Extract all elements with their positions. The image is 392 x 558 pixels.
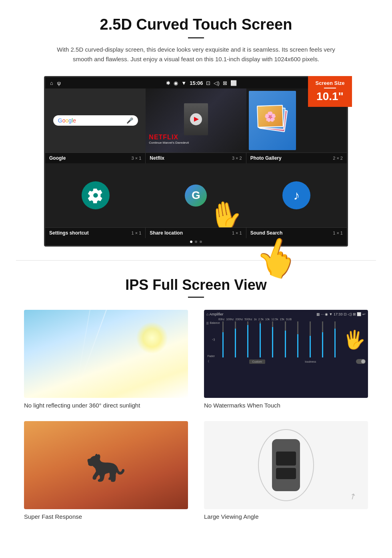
speaker-icon: ◁) [206,338,215,341]
amp-status: ▦ ··· ◉ ▼ 17:33 ⊡ ◁) ⊠ ⬜ ↩ [316,312,366,316]
google-maps-icon: G [185,185,207,207]
sound-size: 1 × 1 [333,231,343,235]
feature-image-cheetah: 🐆 [24,421,188,509]
location-icon: ◉ [174,80,178,86]
amp-hand-icon: 🖐 [343,329,366,350]
title-divider [188,37,204,38]
ips-title-divider [188,297,204,298]
google-label-cell: Google 3 × 1 [45,153,146,163]
status-bar-left: ⌂ ψ [50,80,61,86]
settings-size: 1 × 1 [132,231,142,235]
nav-dot-3[interactable] [200,241,202,243]
fader-label: Fader [206,355,215,357]
feature-label-fast-response: Super Fast Response [24,513,82,520]
feature-fast-response: 🐆 Super Fast Response [24,421,188,520]
tablet-screen: ⌂ ψ ✱ ◉ ▼ 15:06 ⊡ ◁) ⊠ ⬜ [44,76,348,247]
feature-grid: No light reflecting under 360° direct su… [24,310,368,520]
bluetooth-icon: ✱ [166,80,170,86]
gallery-label-cell: Photo Gallery 2 × 2 [246,153,347,163]
eq-bars [217,321,341,357]
settings-label-cell: Settings shortcut 1 × 1 [45,228,146,238]
gallery-label: Photo Gallery [250,155,282,161]
share-label: Share location [150,230,183,236]
google-size: 3 × 1 [132,156,142,161]
window-icon: ⬜ [230,80,237,86]
netflix-size: 3 × 2 [232,156,242,161]
netflix-label-cell: Netflix 3 × 2 [146,153,246,163]
sun-glow [136,322,168,354]
gear-icon [88,187,104,203]
amp-title: ⌂ Amplifier [206,312,223,316]
feature-no-light: No light reflecting under 360° direct su… [24,310,188,409]
music-icon-circle: ♪ [282,181,310,209]
app-grid-row2: G ✋ ♪ [45,163,347,227]
car-circle [258,429,314,501]
car-body [272,439,300,491]
sky-image [24,310,188,398]
car-front-window [276,452,296,466]
home-icon[interactable]: ⌂ [50,80,53,86]
google-search-bar[interactable]: Google 🎤 [53,115,138,126]
settings-app-cell[interactable] [45,163,146,227]
amp-loudness-label: loudness [305,360,316,363]
device-wrapper: Screen Size 10.1" ⌂ ψ ✱ ◉ ▼ 15:06 ⊡ ◁) ⊠ [44,76,348,247]
status-bar-center: ✱ ◉ ▼ 15:06 ⊡ ◁) ⊠ ⬜ [166,80,236,86]
status-bar: ⌂ ψ ✱ ◉ ▼ 15:06 ⊡ ◁) ⊠ ⬜ [45,77,347,88]
car-image: ↗ [204,421,368,509]
amp-header: ⌂ Amplifier ▦ ··· ◉ ▼ 17:33 ⊡ ◁) ⊠ ⬜ ↩ [206,312,366,316]
feature-image-sky [24,310,188,398]
volume-icon: ◁) [214,80,219,86]
netflix-thumbnail [184,103,208,135]
status-time: 15:06 [190,80,203,86]
screen-size-badge: Screen Size 10.1" [308,76,352,107]
hand-touching-icon: ✋ [206,197,246,227]
gallery-size: 2 × 2 [333,156,343,161]
sound-search-app-cell[interactable]: ♪ [246,163,347,227]
netflix-play-btn[interactable] [190,113,202,125]
eq-bar-1 [217,321,228,357]
feature-image-amplifier: ⌂ Amplifier ▦ ··· ◉ ▼ 17:33 ⊡ ◁) ⊠ ⬜ ↩ 6… [204,310,368,398]
nav-dot-1[interactable] [190,241,192,243]
curved-screen-desc: With 2.5D curved-display screen, this de… [56,45,336,64]
feature-label-no-light: No light reflecting under 360° direct su… [24,402,140,409]
usb-icon: ψ [57,80,61,86]
music-note-icon: ♪ [293,188,300,203]
netflix-bg: NETFLIX Continue Marvel's Daredevil [146,88,246,153]
amp-custom-btn[interactable]: Custom [249,359,265,364]
netflix-logo-text: NETFLIX [149,134,189,141]
google-app-cell[interactable]: Google 🎤 [45,88,146,153]
app-labels-row2: Settings shortcut 1 × 1 Share location 1… [45,227,347,238]
google-label: Google [49,155,66,161]
settings-icon-circle [82,181,110,209]
app-grid-row1: Google 🎤 NETFLIX [45,88,347,153]
share-location-app-cell[interactable]: G ✋ [146,163,246,227]
amp-toggle[interactable] [356,359,366,364]
share-label-cell: Share location 1 × 1 [146,228,246,238]
feature-no-watermarks: ⌂ Amplifier ▦ ··· ◉ ▼ 17:33 ⊡ ◁) ⊠ ⬜ ↩ 6… [204,310,368,409]
netflix-subtitle: Continue Marvel's Daredevil [149,141,189,145]
cheetah-icon: 🐆 [86,446,126,484]
share-size: 1 × 1 [232,231,242,235]
amp-nav-prev[interactable]: 《 [206,359,209,363]
badge-size: 10.1" [314,90,346,103]
wifi-icon: ▼ [181,80,186,86]
ips-title: IPS Full Screen View [24,277,368,293]
netflix-app-cell[interactable]: NETFLIX Continue Marvel's Daredevil [146,88,246,153]
amplifier-image: ⌂ Amplifier ▦ ··· ◉ ▼ 17:33 ⊡ ◁) ⊠ ⬜ ↩ 6… [204,310,368,398]
feature-label-no-watermarks: No Watermarks When Touch [204,402,280,409]
netflix-label: Netflix [150,155,164,161]
curved-screen-title: 2.5D Curved Touch Screen [24,16,368,33]
car-rear-window [276,468,296,479]
ips-screen-section: IPS Full Screen View No light reflecting… [0,261,392,532]
badge-label: Screen Size [314,80,346,86]
mic-icon[interactable]: 🎤 [126,117,133,124]
feature-viewing-angle: ↗ Large Viewing Angle [204,421,368,520]
feature-image-car: ↗ [204,421,368,509]
nav-dot-2[interactable] [195,241,197,243]
viewing-angle-arrow: ↗ [347,490,358,502]
camera-icon: ⊡ [206,80,210,86]
close-icon: ⊠ [223,80,227,86]
curved-screen-section: 2.5D Curved Touch Screen With 2.5D curve… [0,0,392,260]
netflix-logo-area: NETFLIX Continue Marvel's Daredevil [149,134,189,145]
feature-label-viewing-angle: Large Viewing Angle [204,513,259,520]
